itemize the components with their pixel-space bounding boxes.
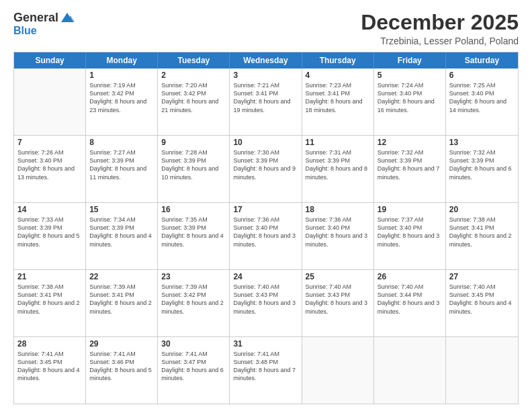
day-header-monday: Monday bbox=[86, 52, 158, 68]
cell-info: Sunrise: 7:23 AMSunset: 3:41 PMDaylight:… bbox=[306, 81, 370, 114]
day-number: 12 bbox=[378, 138, 442, 147]
calendar-cell: 25 Sunrise: 7:40 AMSunset: 3:43 PMDaylig… bbox=[302, 270, 374, 336]
cell-info: Sunrise: 7:41 AMSunset: 3:48 PMDaylight:… bbox=[233, 350, 298, 383]
day-number: 1 bbox=[89, 71, 154, 80]
cell-info: Sunrise: 7:36 AMSunset: 3:40 PMDaylight:… bbox=[233, 216, 298, 248]
day-header-saturday: Saturday bbox=[446, 52, 518, 68]
calendar-cell: 10 Sunrise: 7:30 AMSunset: 3:39 PMDaylig… bbox=[230, 136, 302, 202]
calendar-cell: 2 Sunrise: 7:20 AMSunset: 3:42 PMDayligh… bbox=[158, 68, 230, 135]
day-number: 16 bbox=[161, 205, 226, 214]
page-header: General Blue December 2025 Trzebinia, Le… bbox=[13, 11, 519, 46]
day-number: 20 bbox=[449, 205, 515, 214]
day-header-friday: Friday bbox=[374, 52, 446, 68]
cell-info: Sunrise: 7:39 AMSunset: 3:42 PMDaylight:… bbox=[161, 283, 226, 316]
calendar-cell: 13 Sunrise: 7:32 AMSunset: 3:39 PMDaylig… bbox=[446, 136, 518, 202]
day-number: 19 bbox=[378, 205, 442, 214]
calendar-cell: 24 Sunrise: 7:40 AMSunset: 3:43 PMDaylig… bbox=[230, 270, 302, 336]
calendar-cell: 17 Sunrise: 7:36 AMSunset: 3:40 PMDaylig… bbox=[230, 203, 302, 269]
calendar-cell: 27 Sunrise: 7:40 AMSunset: 3:45 PMDaylig… bbox=[446, 270, 518, 336]
calendar-row: 7 Sunrise: 7:26 AMSunset: 3:40 PMDayligh… bbox=[14, 135, 518, 202]
day-number: 5 bbox=[378, 71, 442, 80]
cell-info: Sunrise: 7:40 AMSunset: 3:44 PMDaylight:… bbox=[378, 283, 442, 316]
cell-info: Sunrise: 7:38 AMSunset: 3:41 PMDaylight:… bbox=[449, 216, 515, 248]
day-number: 10 bbox=[233, 138, 298, 147]
cell-info: Sunrise: 7:40 AMSunset: 3:45 PMDaylight:… bbox=[449, 283, 515, 316]
day-number: 15 bbox=[89, 205, 154, 214]
calendar-body: 1 Sunrise: 7:19 AMSunset: 3:42 PMDayligh… bbox=[14, 68, 518, 404]
day-number: 29 bbox=[89, 339, 154, 349]
cell-info: Sunrise: 7:41 AMSunset: 3:47 PMDaylight:… bbox=[161, 350, 226, 383]
cell-info: Sunrise: 7:33 AMSunset: 3:39 PMDaylight:… bbox=[17, 216, 82, 248]
cell-info: Sunrise: 7:20 AMSunset: 3:42 PMDaylight:… bbox=[161, 81, 226, 114]
month-title: December 2025 bbox=[361, 11, 519, 34]
day-number: 13 bbox=[449, 138, 515, 147]
calendar-cell: 18 Sunrise: 7:36 AMSunset: 3:40 PMDaylig… bbox=[302, 203, 374, 269]
cell-info: Sunrise: 7:38 AMSunset: 3:41 PMDaylight:… bbox=[17, 283, 82, 316]
calendar-header: SundayMondayTuesdayWednesdayThursdayFrid… bbox=[14, 52, 518, 68]
day-number: 17 bbox=[233, 205, 298, 214]
day-number: 3 bbox=[233, 71, 298, 80]
day-number: 7 bbox=[17, 138, 82, 147]
day-number: 4 bbox=[306, 71, 370, 80]
logo-general: General bbox=[13, 11, 58, 25]
day-number: 22 bbox=[89, 272, 154, 281]
cell-info: Sunrise: 7:35 AMSunset: 3:39 PMDaylight:… bbox=[161, 216, 226, 248]
calendar-cell: 19 Sunrise: 7:37 AMSunset: 3:40 PMDaylig… bbox=[374, 203, 446, 269]
calendar-cell: 12 Sunrise: 7:32 AMSunset: 3:39 PMDaylig… bbox=[374, 136, 446, 202]
calendar-cell bbox=[14, 68, 86, 135]
logo-blue: Blue bbox=[13, 25, 37, 36]
calendar-cell: 20 Sunrise: 7:38 AMSunset: 3:41 PMDaylig… bbox=[446, 203, 518, 269]
cell-info: Sunrise: 7:24 AMSunset: 3:40 PMDaylight:… bbox=[378, 81, 442, 114]
day-number: 27 bbox=[449, 272, 515, 281]
day-number: 21 bbox=[17, 272, 82, 281]
day-number: 25 bbox=[306, 272, 370, 281]
cell-info: Sunrise: 7:19 AMSunset: 3:42 PMDaylight:… bbox=[89, 81, 154, 114]
calendar-cell: 3 Sunrise: 7:21 AMSunset: 3:41 PMDayligh… bbox=[230, 68, 302, 135]
cell-info: Sunrise: 7:28 AMSunset: 3:39 PMDaylight:… bbox=[161, 148, 226, 181]
calendar-cell: 1 Sunrise: 7:19 AMSunset: 3:42 PMDayligh… bbox=[86, 68, 158, 135]
day-number: 9 bbox=[161, 138, 226, 147]
calendar-cell: 6 Sunrise: 7:25 AMSunset: 3:40 PMDayligh… bbox=[446, 68, 518, 135]
day-header-sunday: Sunday bbox=[14, 52, 86, 68]
day-number: 23 bbox=[161, 272, 226, 281]
calendar: SundayMondayTuesdayWednesdayThursdayFrid… bbox=[13, 52, 519, 404]
day-number: 26 bbox=[378, 272, 442, 281]
cell-info: Sunrise: 7:32 AMSunset: 3:39 PMDaylight:… bbox=[449, 148, 515, 181]
calendar-row: 28 Sunrise: 7:41 AMSunset: 3:45 PMDaylig… bbox=[14, 336, 518, 404]
day-header-tuesday: Tuesday bbox=[158, 52, 230, 68]
day-header-wednesday: Wednesday bbox=[230, 52, 302, 68]
calendar-cell: 28 Sunrise: 7:41 AMSunset: 3:45 PMDaylig… bbox=[14, 337, 86, 404]
cell-info: Sunrise: 7:21 AMSunset: 3:41 PMDaylight:… bbox=[233, 81, 298, 114]
calendar-cell: 9 Sunrise: 7:28 AMSunset: 3:39 PMDayligh… bbox=[158, 136, 230, 202]
day-header-thursday: Thursday bbox=[302, 52, 374, 68]
calendar-cell: 22 Sunrise: 7:39 AMSunset: 3:41 PMDaylig… bbox=[86, 270, 158, 336]
cell-info: Sunrise: 7:41 AMSunset: 3:45 PMDaylight:… bbox=[17, 350, 82, 383]
cell-info: Sunrise: 7:26 AMSunset: 3:40 PMDaylight:… bbox=[17, 148, 82, 181]
calendar-cell: 7 Sunrise: 7:26 AMSunset: 3:40 PMDayligh… bbox=[14, 136, 86, 202]
calendar-cell: 26 Sunrise: 7:40 AMSunset: 3:44 PMDaylig… bbox=[374, 270, 446, 336]
cell-info: Sunrise: 7:39 AMSunset: 3:41 PMDaylight:… bbox=[89, 283, 154, 316]
calendar-cell bbox=[446, 337, 518, 404]
calendar-cell: 11 Sunrise: 7:31 AMSunset: 3:39 PMDaylig… bbox=[302, 136, 374, 202]
calendar-cell bbox=[374, 337, 446, 404]
calendar-cell: 8 Sunrise: 7:27 AMSunset: 3:39 PMDayligh… bbox=[86, 136, 158, 202]
calendar-cell: 5 Sunrise: 7:24 AMSunset: 3:40 PMDayligh… bbox=[374, 68, 446, 135]
calendar-row: 1 Sunrise: 7:19 AMSunset: 3:42 PMDayligh… bbox=[14, 68, 518, 135]
cell-info: Sunrise: 7:41 AMSunset: 3:46 PMDaylight:… bbox=[89, 350, 154, 383]
calendar-cell: 29 Sunrise: 7:41 AMSunset: 3:46 PMDaylig… bbox=[86, 337, 158, 404]
calendar-cell: 14 Sunrise: 7:33 AMSunset: 3:39 PMDaylig… bbox=[14, 203, 86, 269]
calendar-cell: 21 Sunrise: 7:38 AMSunset: 3:41 PMDaylig… bbox=[14, 270, 86, 336]
calendar-row: 14 Sunrise: 7:33 AMSunset: 3:39 PMDaylig… bbox=[14, 202, 518, 269]
cell-info: Sunrise: 7:25 AMSunset: 3:40 PMDaylight:… bbox=[449, 81, 515, 114]
day-number: 2 bbox=[161, 71, 226, 80]
day-number: 18 bbox=[306, 205, 370, 214]
calendar-cell bbox=[302, 337, 374, 404]
cell-info: Sunrise: 7:31 AMSunset: 3:39 PMDaylight:… bbox=[306, 148, 370, 181]
logo: General Blue bbox=[13, 11, 75, 37]
day-number: 8 bbox=[89, 138, 154, 147]
logo-icon bbox=[60, 11, 75, 24]
day-number: 30 bbox=[161, 339, 226, 349]
day-number: 11 bbox=[306, 138, 370, 147]
calendar-cell: 16 Sunrise: 7:35 AMSunset: 3:39 PMDaylig… bbox=[158, 203, 230, 269]
cell-info: Sunrise: 7:40 AMSunset: 3:43 PMDaylight:… bbox=[306, 283, 370, 316]
